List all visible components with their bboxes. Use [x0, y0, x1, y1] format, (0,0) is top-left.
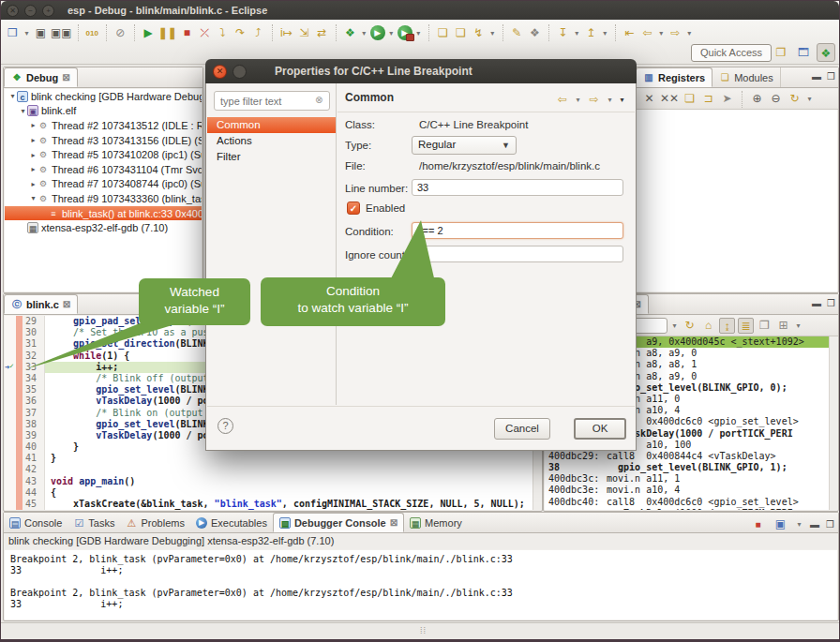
save-icon[interactable]: ▣: [33, 25, 49, 41]
expander-icon[interactable]: ▸: [29, 121, 38, 129]
instruction-stepping-icon[interactable]: i↦: [278, 25, 294, 41]
expand-icon[interactable]: ⊕: [749, 91, 765, 107]
tab-console[interactable]: ▤Console: [4, 513, 68, 532]
back-icon[interactable]: ⇦: [554, 92, 570, 108]
back-icon[interactable]: ⇦: [639, 25, 655, 41]
expander-icon[interactable]: ▸: [29, 165, 38, 173]
quick-access-box[interactable]: Quick Access: [691, 44, 772, 62]
maximize-icon[interactable]: ❒: [826, 518, 834, 531]
forward-dropdown-icon[interactable]: ▾: [606, 92, 614, 108]
condition-input[interactable]: [412, 222, 623, 239]
close-icon[interactable]: ⊠: [62, 72, 69, 82]
minimize-icon[interactable]: ▬: [812, 70, 821, 83]
search-dropdown-icon[interactable]: ▾: [488, 25, 497, 41]
disassembly-line[interactable]: 400dbc29:call8 0x400844c4 <vTaskDelay>: [545, 451, 837, 462]
debug-tree-item[interactable]: ▸⚙Thread #2 1073413512 (IDLE : Runn: [5, 118, 202, 133]
show-source-icon[interactable]: ≣: [738, 318, 754, 334]
view-menu-icon[interactable]: ▾: [794, 318, 802, 334]
home-icon[interactable]: ⌂: [700, 318, 716, 334]
view-menu-icon[interactable]: ▾: [618, 92, 626, 108]
previous-annotation-icon[interactable]: ↥: [583, 25, 599, 41]
new-wizard-icon[interactable]: ❒: [5, 25, 21, 41]
tab-debugger[interactable]: ▤Debugger Console⊠: [273, 513, 404, 532]
disassembly-line[interactable]: 400dbc40:call8 0x400dc6c0 <gpio_set_leve…: [545, 497, 837, 508]
enabled-checkbox[interactable]: ✓: [347, 202, 360, 215]
ok-button[interactable]: OK: [574, 418, 626, 440]
step-into-icon[interactable]: ⤵: [215, 25, 231, 41]
help-icon[interactable]: ?: [218, 418, 233, 434]
tab-modules[interactable]: ❏ Modules: [712, 67, 781, 87]
editor-line[interactable]: 41}: [5, 453, 541, 464]
debug-perspective-icon[interactable]: ❖: [817, 43, 835, 62]
pin-icon[interactable]: ⊞: [775, 318, 791, 334]
drop-to-frame-icon[interactable]: ⇲: [296, 25, 312, 41]
debug-tree-item[interactable]: ▦xtensa-esp32-elf-gdb (7.10): [5, 220, 202, 235]
tab-blink-c[interactable]: ⓒ blink.c ⊠: [4, 294, 78, 314]
disassembly-line[interactable]: 38 gpio_set_level(BLINK_GPIO, 1);: [545, 462, 837, 473]
type-select[interactable]: Regular ▼: [412, 136, 517, 155]
debug-tree-item[interactable]: ▾▣blink.elf: [5, 104, 202, 119]
minimize-icon[interactable]: ▬: [812, 297, 821, 310]
disassembly-line[interactable]: 400dbc3c:movi.n a11, 1: [545, 473, 837, 485]
open-resource-icon[interactable]: ❏: [453, 25, 469, 41]
clear-filter-icon[interactable]: ⊗: [315, 95, 322, 105]
expander-icon[interactable]: ▸: [29, 180, 38, 188]
tab-executables[interactable]: ▶Executables: [190, 513, 273, 532]
open-perspective-icon[interactable]: ❐: [772, 43, 790, 62]
tab-registers[interactable]: ▥ Registers: [636, 67, 712, 87]
sync-with-stack-icon[interactable]: ↨: [719, 318, 735, 334]
ignore-count-input[interactable]: [412, 246, 623, 262]
open-new-view-icon[interactable]: ❐: [757, 318, 772, 334]
display-console-dropdown-icon[interactable]: ▾: [795, 516, 803, 532]
window-maximize-button[interactable]: +: [42, 5, 54, 17]
filter-input[interactable]: [214, 91, 330, 111]
previous-annotation-dropdown-icon[interactable]: ▾: [601, 25, 609, 41]
cpp-perspective-icon[interactable]: 🗔: [794, 43, 813, 62]
console-content[interactable]: Breakpoint 2, blink_task (pvParameter=0x…: [5, 550, 837, 620]
forward-icon[interactable]: ⇨: [668, 25, 683, 41]
editor-line[interactable]: 45 xTaskCreate(&blink_task, "blink_task"…: [5, 499, 541, 510]
collapse-icon[interactable]: ⊖: [768, 91, 784, 107]
new-dropdown-icon[interactable]: ▾: [22, 25, 31, 41]
debug-dropdown-icon[interactable]: ▾: [360, 25, 368, 41]
back-dropdown-icon[interactable]: ▾: [657, 25, 666, 41]
next-annotation-icon[interactable]: ↧: [555, 25, 571, 41]
step-over-icon[interactable]: ↷: [232, 25, 248, 41]
tab-problems[interactable]: ⚠Problems: [120, 513, 189, 532]
run-dropdown-icon[interactable]: ▾: [387, 25, 396, 41]
disassembly-scrollbar[interactable]: [829, 336, 837, 510]
view-menu-icon[interactable]: ▾: [805, 91, 814, 107]
terminate-console-icon[interactable]: ■: [750, 516, 766, 532]
tab-debug[interactable]: ❖ Debug ⊠: [4, 67, 78, 87]
resume-icon[interactable]: ▶: [141, 25, 157, 41]
last-edit-location-icon[interactable]: ⇤: [622, 25, 638, 41]
cancel-button[interactable]: Cancel: [494, 418, 550, 440]
expander-icon[interactable]: ▾: [19, 107, 27, 115]
debug-tree-item[interactable]: ▸⚙Thread #3 1073413156 (IDLE) (Susp: [5, 133, 202, 148]
expander-icon[interactable]: ▾: [29, 194, 38, 202]
debug-tree-item[interactable]: ▾cblink checking [GDB Hardware Debug: [5, 89, 202, 104]
use-step-filters-icon[interactable]: ⇄: [314, 25, 330, 41]
debug-icon[interactable]: ❖: [342, 25, 358, 41]
debug-tree-item[interactable]: ▸⚙Thread #7 1073408744 (ipc0) (Susp: [5, 177, 202, 192]
step-return-icon[interactable]: ⤴: [250, 25, 266, 41]
external-tools-dropdown-icon[interactable]: ▾: [414, 25, 423, 41]
minimize-icon[interactable]: ▬: [810, 518, 819, 531]
remove-register-group-icon[interactable]: ✕: [641, 91, 657, 107]
disassembly-line[interactable]: vTaskDelay(1000 / portTICK_PERI: [545, 508, 837, 510]
terminate-icon[interactable]: ■: [179, 25, 195, 41]
dialog-minimize-button[interactable]: [232, 65, 247, 79]
debug-tree-item[interactable]: ▸⚙Thread #6 1073431104 (Tmr Svc) (S: [5, 162, 202, 177]
save-all-icon[interactable]: ▣▣: [51, 25, 72, 41]
debug-tree-item[interactable]: ▸⚙Thread #5 1073410208 (ipc1) (Susp: [5, 147, 202, 162]
debug-tree-item[interactable]: ≡blink_task() at blink.c:33 0x400db: [5, 206, 202, 221]
forward-icon[interactable]: ⇨: [586, 92, 602, 108]
skip-breakpoints-icon[interactable]: ⊘: [112, 25, 128, 41]
location-dropdown-icon[interactable]: ▾: [670, 318, 679, 334]
back-dropdown-icon[interactable]: ▾: [574, 92, 582, 108]
show-columns-icon[interactable]: ⊐: [700, 91, 716, 107]
restore-icon[interactable]: ↻: [787, 91, 802, 107]
display-console-icon[interactable]: ▣: [772, 516, 788, 532]
toggle-mark-occurrences-icon[interactable]: ✎: [509, 25, 525, 41]
window-minimize-button[interactable]: −: [24, 5, 37, 17]
